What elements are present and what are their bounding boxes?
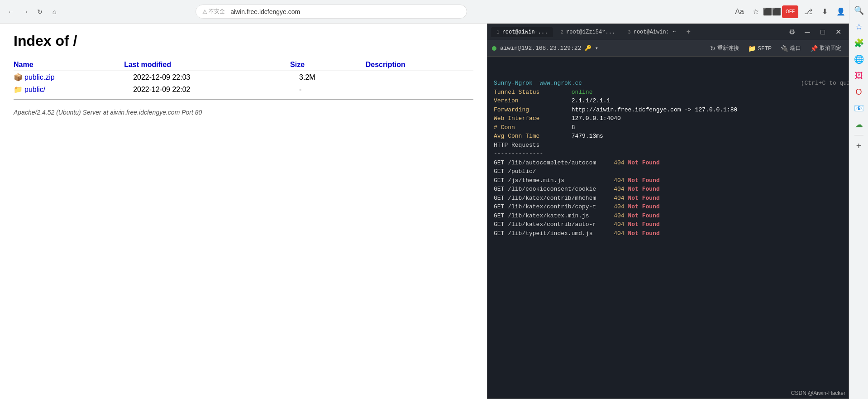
tab-1[interactable]: 1 root@aiwin-...: [491, 27, 553, 37]
tab-3[interactable]: 3 root@Aiwin: ~: [622, 27, 681, 37]
security-text: 不安全: [209, 8, 225, 15]
unpin-button[interactable]: 📌 取消固定: [807, 43, 844, 53]
env-selector[interactable]: 🔑 ▾: [585, 45, 598, 52]
sftp-label: SFTP: [758, 45, 772, 52]
file-name-cell: 📁public/: [14, 83, 124, 96]
table-row: 📁public/2022-12-09 22:02-: [14, 83, 473, 96]
separator: |: [226, 9, 228, 15]
read-mode-button[interactable]: Aa: [733, 5, 746, 18]
name-header: Name: [14, 59, 124, 71]
nav-buttons: ← → ↻ ⌂: [5, 5, 61, 18]
browser-actions: Aa ☆ ⬛⬛ OFF ⎇ ⬇ 👤 ⋯: [733, 5, 863, 18]
address-bar[interactable]: ⚠ 不安全 | aiwin.free.idcfengye.com: [196, 5, 467, 19]
warning-icon: ⚠: [202, 9, 207, 15]
file-date: 2022-12-09 22:02: [124, 83, 290, 96]
profile-button[interactable]: 👤: [835, 5, 847, 18]
unpin-label: 取消固定: [820, 44, 841, 52]
terminal-close-button[interactable]: ✕: [831, 25, 845, 39]
file-description: [366, 71, 473, 84]
terminal-port-button[interactable]: 🔌 端口: [778, 43, 804, 53]
downloads-button[interactable]: ⬇: [818, 5, 831, 18]
file-description: [366, 83, 473, 96]
connection-status-indicator: [492, 46, 496, 51]
name-header-link[interactable]: Name: [14, 61, 33, 68]
file-name-cell: 📦public.zip: [14, 71, 124, 84]
outlook-sidebar-button[interactable]: 📧: [852, 101, 866, 115]
add-sidebar-button[interactable]: +: [852, 139, 866, 153]
description-header: Description: [366, 59, 473, 71]
split-button[interactable]: ⎇: [802, 5, 815, 18]
terminal-window: 1 root@aiwin-... 2 root@iZzi54r... 3 roo…: [487, 24, 849, 399]
terminal-minimize-button[interactable]: ─: [801, 25, 814, 39]
cloud-sidebar-button[interactable]: ☁: [852, 118, 866, 131]
table-row: 📦public.zip2022-12-09 22:033.2M: [14, 71, 473, 84]
table-header-row: Name Last modified Size Description: [14, 59, 473, 71]
file-table: Name Last modified Size Description 📦pub…: [14, 59, 473, 96]
file-link[interactable]: public/: [24, 86, 45, 93]
sftp-icon: 📁: [748, 45, 756, 52]
sidebar-separator: [854, 135, 863, 135]
folder-icon: 📁: [14, 86, 23, 93]
modified-header: Last modified: [124, 59, 290, 71]
page-title: Index of /: [14, 33, 473, 49]
webpage: Index of / Name Last modified Size Descr…: [0, 24, 487, 399]
tab-1-number: 1: [496, 29, 500, 35]
reconnect-label: 重新连接: [717, 44, 739, 52]
url-text: aiwin.free.idcfengye.com: [230, 8, 300, 15]
file-link[interactable]: public.zip: [24, 73, 55, 81]
back-button[interactable]: ←: [5, 5, 17, 18]
reload-button[interactable]: ↻: [33, 5, 46, 18]
tab-3-number: 3: [628, 29, 631, 35]
size-header: Size: [290, 59, 366, 71]
security-warning: ⚠ 不安全 |: [202, 8, 228, 15]
description-header-link[interactable]: Description: [366, 61, 405, 68]
server-info: Apache/2.4.52 (Ubuntu) Server at aiwin.f…: [14, 109, 473, 116]
size-header-link[interactable]: Size: [290, 61, 305, 68]
tab-2[interactable]: 2 root@iZzi54r...: [555, 27, 620, 37]
forward-button[interactable]: →: [19, 5, 32, 18]
home-button[interactable]: ⌂: [48, 5, 61, 18]
extensions-sidebar-button[interactable]: 🧩: [852, 36, 866, 50]
collections-button[interactable]: ⬛⬛: [766, 5, 778, 18]
main-content: Index of / Name Last modified Size Descr…: [0, 24, 849, 399]
office-sidebar-button[interactable]: O: [852, 85, 866, 99]
favorites-sidebar-button[interactable]: ☆: [852, 20, 866, 34]
file-size: -: [290, 83, 366, 96]
tab-2-number: 2: [560, 29, 563, 35]
collections-sidebar-button[interactable]: 🖼: [852, 69, 866, 82]
connection-label: aiwin@192.168.23.129:22: [500, 45, 581, 52]
tab-1-label: root@aiwin-...: [502, 29, 548, 35]
terminal-label: 端口: [790, 44, 801, 52]
tab-3-label: root@Aiwin: ~: [634, 29, 676, 35]
add-tab-button[interactable]: +: [683, 27, 694, 38]
translate-sidebar-button[interactable]: 🌐: [852, 53, 866, 66]
modified-header-link[interactable]: Last modified: [124, 61, 171, 68]
zip-file-icon: 📦: [14, 73, 23, 81]
watermark: CSDN @Aiwin-Hacker: [791, 390, 845, 396]
sftp-button[interactable]: 📁 SFTP: [745, 43, 774, 53]
favorites-button[interactable]: ☆: [749, 5, 762, 18]
port-icon: 🔌: [781, 45, 788, 52]
search-sidebar-button[interactable]: 🔍: [852, 4, 866, 17]
file-size: 3.2M: [290, 71, 366, 84]
terminal-titlebar: 1 root@aiwin-... 2 root@iZzi54r... 3 roo…: [487, 24, 849, 40]
reconnect-button[interactable]: ↻ 重新连接: [707, 43, 742, 53]
file-date: 2022-12-09 22:03: [124, 71, 290, 84]
browser-chrome: ← → ↻ ⌂ ⚠ 不安全 | aiwin.free.idcfengye.com…: [0, 0, 868, 24]
terminal-toolbar: aiwin@192.168.23.129:22 🔑 ▾ ↻ 重新连接 📁 SFT…: [487, 40, 849, 57]
reconnect-icon: ↻: [710, 45, 715, 52]
right-sidebar: 🔍 ☆ 🧩 🌐 🖼 O 📧 ☁ +: [849, 0, 868, 399]
terminal-body[interactable]: Sunny-Ngrok www.ngrok.cc (Ctrl+C to quit…: [487, 57, 849, 399]
terminal-maximize-button[interactable]: □: [816, 25, 830, 39]
tab-2-label: root@iZzi54r...: [566, 29, 615, 35]
extensions-off-button[interactable]: OFF: [782, 5, 798, 18]
pin-icon: 📌: [810, 45, 818, 52]
terminal-settings-button[interactable]: ⚙: [785, 25, 799, 39]
